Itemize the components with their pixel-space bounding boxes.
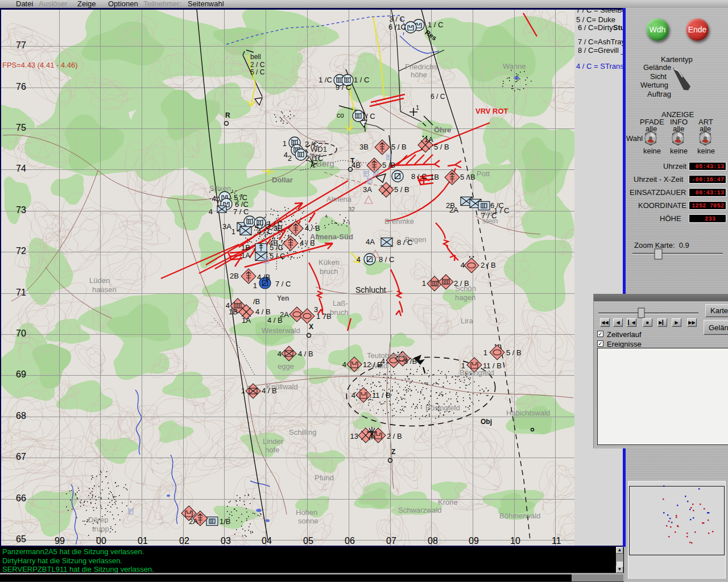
svg-text:FPS=4.43 (4.41 - 4.46): FPS=4.43 (4.41 - 4.46) bbox=[2, 61, 78, 69]
svg-text:1: 1 bbox=[253, 281, 257, 290]
svg-text:2 / B: 2 / B bbox=[387, 432, 402, 440]
svg-text:77: 77 bbox=[16, 40, 26, 50]
svg-text:4 / C = STransky: 4 / C = STransky bbox=[576, 62, 623, 70]
svg-text:2: 2 bbox=[288, 154, 292, 163]
svg-text:Linder: Linder bbox=[263, 437, 284, 446]
svg-text:1: 1 bbox=[231, 227, 235, 236]
svg-text:Obj: Obj bbox=[481, 418, 492, 426]
svg-text:Almena-Süd: Almena-Süd bbox=[310, 232, 353, 241]
svg-text:12 / B: 12 / B bbox=[363, 360, 382, 369]
svg-text:1A: 1A bbox=[424, 135, 433, 144]
svg-text:4 / C: 4 / C bbox=[257, 227, 272, 236]
svg-text:4 / B: 4 / B bbox=[255, 307, 271, 316]
svg-text:1A: 1A bbox=[241, 251, 250, 260]
svg-text:Lüden: Lüden bbox=[89, 276, 110, 285]
svg-text:00: 00 bbox=[96, 536, 106, 546]
svg-text:bell: bell bbox=[250, 53, 261, 61]
svg-text:8 / C: 8 / C bbox=[397, 238, 412, 247]
svg-text:R: R bbox=[225, 111, 230, 119]
svg-text:4 / B: 4 / B bbox=[262, 386, 277, 395]
svg-text:4: 4 bbox=[357, 255, 361, 264]
svg-text:Hohen: Hohen bbox=[296, 508, 317, 517]
svg-text:3 /B: 3 /B bbox=[404, 357, 417, 365]
svg-text:2 / B: 2 / B bbox=[454, 279, 469, 288]
svg-text:hofe: hofe bbox=[265, 446, 279, 454]
svg-text:02: 02 bbox=[179, 536, 189, 546]
svg-text:Krone: Krone bbox=[438, 498, 458, 506]
svg-text:hausen: hausen bbox=[92, 285, 117, 294]
svg-text:egge: egge bbox=[278, 362, 294, 371]
svg-text:08: 08 bbox=[428, 536, 438, 546]
svg-text:1B: 1B bbox=[229, 307, 238, 316]
svg-text:5 /B: 5 /B bbox=[382, 161, 395, 169]
svg-text:5 / B: 5 / B bbox=[394, 185, 410, 194]
svg-text:Laß-: Laß- bbox=[333, 299, 348, 307]
svg-text:2 /1C: 2 /1C bbox=[305, 154, 323, 163]
svg-text:05: 05 bbox=[303, 536, 313, 546]
svg-text:7 / C=AshTray-: 7 / C=AshTray- bbox=[578, 38, 623, 46]
svg-text:1 7B: 1 7B bbox=[316, 312, 332, 321]
svg-text:6 / C=DirtyStur: 6 / C=DirtyStur bbox=[578, 23, 623, 32]
svg-text:70: 70 bbox=[16, 329, 26, 338]
svg-text:Schlucht: Schlucht bbox=[355, 285, 386, 294]
svg-text:1: 1 bbox=[283, 139, 287, 148]
svg-text:4: 4 bbox=[209, 207, 213, 216]
svg-text:5 / C= Duke: 5 / C= Duke bbox=[576, 15, 615, 24]
svg-text:1: 1 bbox=[483, 348, 487, 357]
svg-text:4B: 4B bbox=[269, 239, 278, 247]
svg-text:1B: 1B bbox=[241, 243, 250, 252]
svg-text:4 / B: 4 / B bbox=[300, 239, 315, 247]
svg-text:11: 11 bbox=[552, 536, 561, 546]
svg-text:8 / C: 8 / C bbox=[411, 172, 427, 181]
svg-text:73: 73 bbox=[16, 205, 26, 215]
svg-text:67: 67 bbox=[16, 452, 26, 462]
svg-text:/B: /B bbox=[253, 297, 260, 306]
svg-text:X: X bbox=[309, 323, 313, 331]
svg-text:4: 4 bbox=[212, 194, 216, 203]
svg-text:5 / B: 5 / B bbox=[434, 143, 449, 151]
svg-text:Dören: Dören bbox=[88, 516, 108, 524]
svg-text:1B: 1B bbox=[430, 173, 439, 181]
svg-text:4: 4 bbox=[461, 261, 465, 269]
svg-text:8 / C=Grevill _: 8 / C=Grevill _ bbox=[578, 46, 623, 55]
svg-text:Yen: Yen bbox=[277, 294, 289, 302]
svg-text:1 / C: 1 / C bbox=[354, 76, 369, 84]
svg-text:72: 72 bbox=[16, 246, 26, 256]
svg-text:4: 4 bbox=[342, 360, 346, 369]
svg-text:2A: 2A bbox=[189, 517, 198, 526]
svg-text:4 / B: 4 / B bbox=[305, 224, 320, 232]
svg-text:4B: 4B bbox=[351, 161, 361, 169]
svg-text:5 / B: 5 / B bbox=[391, 143, 407, 151]
svg-text:4: 4 bbox=[381, 357, 385, 365]
svg-text:/ C: / C bbox=[366, 112, 375, 120]
svg-text:5 / B: 5 / B bbox=[460, 173, 475, 181]
svg-text:32: 32 bbox=[348, 206, 355, 213]
svg-text:6 / C: 6 / C bbox=[431, 93, 445, 101]
svg-text:99: 99 bbox=[55, 536, 65, 546]
svg-text:bruch: bruch bbox=[320, 267, 338, 276]
svg-text:3A: 3A bbox=[222, 222, 231, 231]
svg-text:4: 4 bbox=[351, 391, 355, 400]
svg-text:01: 01 bbox=[138, 536, 148, 546]
svg-text:2 /C: 2 /C bbox=[305, 140, 318, 148]
svg-text:69: 69 bbox=[16, 369, 26, 379]
svg-text:Öhre: Öhre bbox=[434, 126, 451, 134]
svg-text:sonne: sonne bbox=[298, 517, 318, 525]
svg-text:4 /B: 4 /B bbox=[257, 273, 270, 281]
svg-text:5 / C: 5 / C bbox=[250, 68, 265, 76]
svg-text:2A: 2A bbox=[280, 310, 289, 319]
svg-text:Küken: Küken bbox=[318, 258, 340, 267]
svg-text:11 / B: 11 / B bbox=[483, 361, 502, 370]
svg-text:4 / B: 4 / B bbox=[298, 350, 313, 358]
svg-text:5 / B: 5 / B bbox=[506, 348, 522, 357]
svg-text:1/B: 1/B bbox=[220, 517, 231, 526]
svg-text:Lira: Lira bbox=[461, 317, 473, 325]
svg-text:7 / C: 7 / C bbox=[275, 280, 291, 288]
svg-text:4A: 4A bbox=[366, 238, 375, 246]
svg-text:1: 1 bbox=[422, 279, 426, 288]
svg-text:1 /C: 1 /C bbox=[318, 76, 332, 84]
svg-text:Pott: Pott bbox=[477, 169, 490, 178]
svg-text:Almena: Almena bbox=[326, 195, 352, 203]
svg-text:9 / C: 9 / C bbox=[336, 83, 351, 92]
svg-text:75: 75 bbox=[16, 123, 26, 132]
